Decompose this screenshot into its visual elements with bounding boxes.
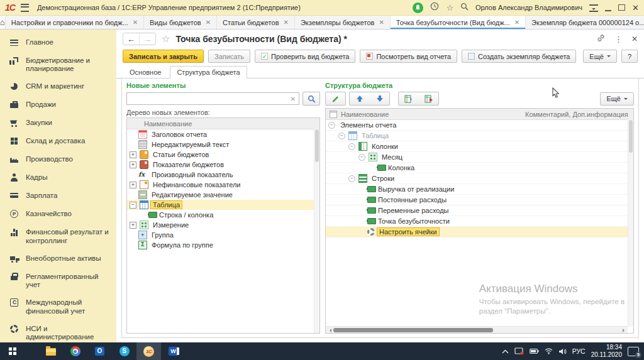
expander-icon[interactable]: − — [358, 154, 365, 161]
get-link-icon[interactable] — [596, 33, 606, 45]
tree-row[interactable]: −Строки — [326, 173, 633, 184]
tree-row[interactable]: −Элементы отчета — [326, 120, 633, 131]
more-button[interactable]: Ещё — [583, 50, 617, 63]
expander-icon[interactable]: − — [328, 122, 335, 129]
sidebar-item-planning[interactable]: Бюджетирование и планирование — [0, 52, 116, 77]
tree-row[interactable]: Редактируемое значение — [127, 190, 319, 200]
sidebar-item-regulated[interactable]: Регламентированный учет — [0, 268, 116, 293]
home-tab[interactable]: ⌂ — [0, 16, 6, 29]
app-tab[interactable]: Экземпляры бюджетов✕ — [295, 16, 391, 29]
sidebar-item-ifrs[interactable]: Международный финансовый учет — [0, 293, 116, 319]
check-budget-kind-button[interactable]: Проверить вид бюджета — [255, 50, 355, 63]
tree-row[interactable]: Точка безубыточности — [326, 216, 633, 227]
battery-icon[interactable] — [530, 348, 539, 354]
tree-row[interactable]: −Таблица — [127, 200, 319, 210]
volume-icon[interactable] — [558, 348, 567, 355]
move-up-button[interactable] — [350, 92, 369, 105]
tree-row[interactable]: −Таблица — [326, 131, 633, 141]
subtab-2[interactable]: Структура бюджета — [170, 66, 247, 79]
back-button[interactable]: ← — [123, 33, 139, 45]
taskbar-1c-active[interactable]: 1С — [136, 342, 161, 360]
tree-row[interactable]: Колонка — [326, 163, 633, 173]
tray-expand-icon[interactable] — [502, 349, 509, 354]
app-tab[interactable]: Настройки и справочники по бюдж...✕ — [6, 16, 144, 29]
expander-icon[interactable]: − — [348, 143, 355, 150]
expander-icon[interactable]: − — [348, 175, 355, 182]
close-form-icon[interactable]: ✕ — [631, 35, 638, 43]
create-budget-instance-button[interactable]: Создать экземпляр бюджета — [462, 50, 576, 63]
tree-row[interactable]: Нередактируемый текст — [127, 139, 319, 150]
structure-more-button[interactable]: Ещё — [600, 92, 634, 106]
tab-close-icon[interactable]: ✕ — [206, 19, 211, 26]
excel-export-button[interactable] — [419, 92, 438, 105]
tab-close-icon[interactable]: ✕ — [283, 19, 288, 26]
history-icon[interactable] — [430, 2, 439, 13]
tree-row[interactable]: −Месяц — [326, 152, 633, 163]
save-and-close-button[interactable]: Записать и закрыть — [123, 50, 204, 63]
edit-pencil-button[interactable] — [325, 92, 346, 106]
close-window-button[interactable]: ✕ — [632, 4, 639, 12]
expander-icon[interactable]: − — [130, 202, 136, 209]
sidebar-item-finresult[interactable]: Финансовый результат и контроллинг — [0, 223, 116, 249]
taskbar-outlook[interactable]: O — [87, 342, 112, 360]
horizontal-scrollbar[interactable] — [326, 326, 628, 333]
grid-settings-icon[interactable] — [330, 111, 337, 118]
subtab-1[interactable]: Основное — [123, 66, 168, 78]
taskbar-skype[interactable]: S — [112, 342, 136, 360]
tree-row[interactable]: +Показатели бюджетов — [127, 160, 319, 170]
expander-icon[interactable]: + — [130, 182, 136, 188]
taskbar-chrome[interactable] — [63, 342, 87, 360]
more-actions-icon[interactable]: ⋮ — [614, 35, 623, 44]
move-down-button[interactable] — [370, 92, 389, 105]
taskbar-explorer[interactable] — [38, 342, 63, 360]
sidebar-item-admin[interactable]: НСИ и администрирование — [0, 320, 116, 342]
app-tab[interactable]: Точка безубыточности (Вид бюдж...✕ — [391, 16, 526, 29]
sidebar-item-treasury[interactable]: Казначейство — [0, 205, 116, 223]
tree-row[interactable]: Заголовок отчета — [127, 129, 319, 139]
sidebar-item-crm[interactable]: CRM и маркетинг — [0, 77, 116, 95]
tab-close-icon[interactable]: ✕ — [379, 19, 384, 26]
app-tab[interactable]: Статьи бюджетов✕ — [217, 16, 295, 29]
vertical-scrollbar[interactable] — [314, 129, 319, 333]
sidebar-item-menu[interactable]: Главное — [0, 33, 116, 52]
tree-row[interactable]: +Измерение — [127, 220, 319, 230]
taskbar-start-button[interactable] — [0, 342, 25, 360]
service-menu-icon[interactable] — [589, 4, 598, 12]
sidebar-item-sales[interactable]: Продажи — [0, 95, 116, 114]
tree-row[interactable]: Строка / колонка — [127, 210, 319, 220]
notifications-bell-icon[interactable] — [413, 3, 423, 13]
expander-icon[interactable]: + — [130, 161, 136, 168]
help-button[interactable]: ? — [621, 50, 638, 63]
sidebar-item-assets[interactable]: Внеоборотные активы — [0, 249, 116, 268]
sidebar-item-hr[interactable]: Кадры — [0, 168, 116, 187]
wifi-icon[interactable] — [545, 348, 553, 354]
vertical-scrollbar[interactable] — [628, 119, 633, 327]
tree-row[interactable]: +Статьи бюджетов — [127, 150, 319, 160]
expander-icon[interactable]: + — [130, 151, 136, 158]
forward-button[interactable]: → — [139, 33, 155, 45]
sidebar-item-warehouse[interactable]: Склад и доставка — [0, 132, 116, 150]
view-report-kind-button[interactable]: Посмотреть вид отчета — [360, 50, 457, 63]
app-tab[interactable]: Виды бюджетов✕ — [144, 16, 217, 29]
main-menu-icon[interactable] — [21, 4, 29, 12]
tray-app-icon[interactable] — [514, 347, 524, 355]
search-icon[interactable] — [460, 2, 469, 13]
tab-close-icon[interactable]: ✕ — [514, 19, 519, 26]
tab-close-icon[interactable]: ✕ — [133, 19, 138, 26]
tree-row[interactable]: +Нефинансовые показатели — [127, 180, 319, 190]
favorites-star-icon[interactable]: ☆ — [446, 4, 453, 12]
search-button[interactable] — [303, 92, 320, 106]
action-center-icon[interactable]: 5 — [628, 347, 639, 356]
expander-icon[interactable]: − — [338, 133, 345, 139]
keyboard-language[interactable]: РУС — [572, 347, 586, 355]
tree-row[interactable]: Производный показатель — [127, 170, 319, 180]
excel-import-button[interactable] — [399, 92, 418, 105]
app-tab[interactable]: Экземпляр бюджета 000000124 о...✕ — [526, 16, 644, 29]
taskbar-word[interactable]: W — [161, 342, 186, 360]
tree-row[interactable]: Переменные расходы — [326, 205, 633, 216]
tree-row[interactable]: Группа — [127, 230, 319, 240]
add-favorite-star-icon[interactable]: ☆ — [162, 33, 170, 45]
sidebar-item-production[interactable]: Производство — [0, 150, 116, 168]
tree-row[interactable]: −Колонки — [326, 141, 633, 152]
current-user[interactable]: Орлов Александр Владимирович — [475, 4, 582, 11]
